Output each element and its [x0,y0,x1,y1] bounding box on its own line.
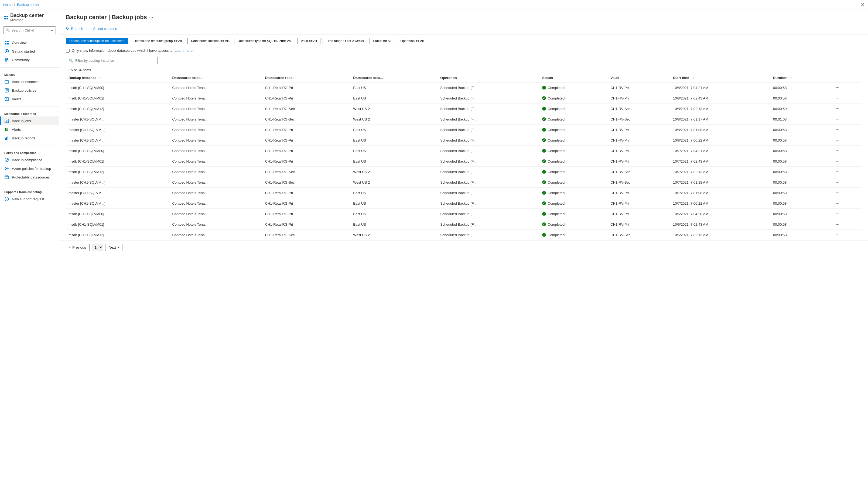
row-more-actions-12[interactable]: ··· [834,211,841,217]
row-more-actions-4[interactable]: ··· [834,127,841,133]
status-label-0: Completed [548,86,564,90]
azure-policies-icon [4,166,9,171]
filter-chip-vault[interactable]: Vault == All [297,38,320,44]
cell-datasource-loca-9: West US 2 [350,177,437,188]
row-more-actions-8[interactable]: ··· [834,169,841,175]
filter-chip-location[interactable]: Datasource location == All [187,38,232,44]
filter-chip-operation[interactable]: Operation == All [397,38,427,44]
cell-actions-13: ··· [831,219,862,230]
cell-backup-instance-7: msdb [CH1-SQLVM01] [66,156,169,167]
sidebar-item-new-support[interactable]: ? New support request [0,195,59,203]
sidebar-title: Backup center [10,13,44,18]
row-more-actions-14[interactable]: ··· [834,232,841,238]
sidebar-collapse-button[interactable]: « [51,28,53,33]
previous-page-button[interactable]: < Previous [66,244,90,251]
sidebar-item-backup-instances-label: Backup instances [12,80,39,84]
cell-operation-0: Scheduled Backup (F... [437,82,539,93]
row-more-actions-5[interactable]: ··· [834,137,841,143]
filter-chip-resource-group[interactable]: Datasource resource group == All [130,38,185,44]
sidebar-search-input[interactable] [11,28,51,32]
svg-rect-23 [6,137,7,140]
select-columns-button[interactable]: → Select columns [88,25,117,32]
sidebar-item-backup-reports[interactable]: Backup reports [0,134,59,142]
cell-status-0: Completed [539,82,608,93]
row-more-actions-3[interactable]: ··· [834,116,841,122]
checkbox-row: Only show information about datasources … [59,46,868,55]
cell-duration-9: 00:00:58 [770,177,831,188]
page-more-button[interactable]: ··· [149,14,153,20]
toolbar: ↻ Refresh → Select columns [59,23,868,34]
sidebar-item-backup-policies[interactable]: Backup policies [0,86,59,95]
refresh-button[interactable]: ↻ Refresh [66,25,83,32]
row-more-actions-7[interactable]: ··· [834,158,841,164]
status-dot-11 [542,201,546,205]
row-more-actions-2[interactable]: ··· [834,106,841,111]
row-more-actions-10[interactable]: ··· [834,190,841,196]
row-more-actions-11[interactable]: ··· [834,200,841,206]
cell-operation-3: Scheduled Backup (F... [437,114,539,125]
filter-chip-type[interactable]: Datasource type == SQL in Azure VM [234,38,295,44]
svg-point-15 [6,98,7,99]
next-page-button[interactable]: Next > [105,244,122,251]
search-filter-box: 🔍 [66,57,157,64]
cell-start-time-12: 10/6/2021, 7:04:20 AM [670,209,770,219]
svg-rect-3 [7,43,9,44]
cell-datasource-reso-9: CH1-RetailRG-Sec [262,177,350,188]
row-more-actions-9[interactable]: ··· [834,179,841,185]
breadcrumb-section[interactable]: Backup center [17,3,39,7]
row-more-actions-6[interactable]: ··· [834,148,841,154]
cell-operation-5: Scheduled Backup (F... [437,135,539,146]
cell-datasource-reso-10: CH1-RetailRG-Pri [262,188,350,198]
sidebar-item-overview[interactable]: Overview [0,38,59,47]
cell-datasource-reso-4: CH1-RetailRG-Pri [262,125,350,135]
cell-start-time-6: 10/7/2021, 7:04:21 AM [670,146,770,156]
close-button[interactable]: ✕ [861,2,865,7]
cell-datasource-loca-11: East US [350,198,437,209]
sidebar-item-vaults[interactable]: Vaults [0,95,59,103]
datasource-access-checkbox[interactable] [66,49,70,53]
cell-datasource-loca-2: West US 2 [350,103,437,114]
backup-jobs-icon [4,118,9,123]
row-more-actions-1[interactable]: ··· [834,95,841,101]
table-row: msdb [CH1-SQLVM12] Contoso Hotels Tena..… [66,230,862,240]
filter-chip-status[interactable]: Status == All [370,38,395,44]
cell-datasource-subs-2: Contoso Hotels Tena... [169,103,262,114]
sidebar-item-backup-jobs-label: Backup jobs [12,119,31,123]
cell-datasource-reso-7: CH1-RetailRG-Pri [262,156,350,167]
sort-start-time-icon[interactable]: ↑↓ [691,76,694,79]
sidebar-item-alerts[interactable]: Alerts [0,125,59,134]
sidebar-item-backup-reports-label: Backup reports [12,136,35,140]
cell-datasource-subs-0: Contoso Hotels Tena... [169,82,262,93]
page-number-select[interactable]: 1 2 3 [92,244,103,251]
cell-start-time-2: 10/8/2021, 7:02:13 AM [670,103,770,114]
sidebar-item-azure-policies[interactable]: Azure policies for backup [0,164,59,173]
filter-chip-subscription[interactable]: Datasource subscription == 3 selected [66,38,128,44]
backup-instance-filter-input[interactable] [75,59,155,63]
svg-rect-24 [7,136,8,140]
learn-more-link[interactable]: Learn more. [175,49,194,53]
cell-status-7: Completed [539,156,608,167]
sidebar-item-backup-compliance[interactable]: Backup compliance [0,156,59,164]
sidebar-item-protectable[interactable]: Protectable datasources [0,173,59,182]
breadcrumb-home[interactable]: Home [3,3,13,7]
status-label-6: Completed [548,149,564,153]
cell-datasource-subs-7: Contoso Hotels Tena... [169,156,262,167]
cell-datasource-loca-1: East US [350,93,437,103]
status-dot-13 [542,222,546,226]
sidebar-item-community[interactable]: Community [0,56,59,64]
sidebar-item-backup-jobs[interactable]: Backup jobs [0,117,59,125]
sort-duration-icon[interactable]: ↑↓ [789,76,793,79]
sidebar-search-box[interactable]: 🔍 « [3,26,56,34]
cell-start-time-7: 10/7/2021, 7:02:43 AM [670,156,770,167]
sort-backup-instance-icon[interactable]: ↑↓ [98,76,101,79]
cell-vault-0: CH1-RV-Pri [608,82,670,93]
row-more-actions-0[interactable]: ··· [834,85,841,91]
row-more-actions-13[interactable]: ··· [834,221,841,227]
backup-compliance-icon [4,157,9,162]
sidebar-item-getting-started[interactable]: Getting started [0,47,59,56]
filter-chip-time-range[interactable]: Time range : Last 2 weeks [322,38,367,44]
svg-rect-22 [5,138,6,140]
cell-duration-7: 00:00:58 [770,156,831,167]
sidebar-item-backup-instances[interactable]: Backup instances [0,77,59,86]
cell-operation-13: Scheduled Backup (F... [437,219,539,230]
